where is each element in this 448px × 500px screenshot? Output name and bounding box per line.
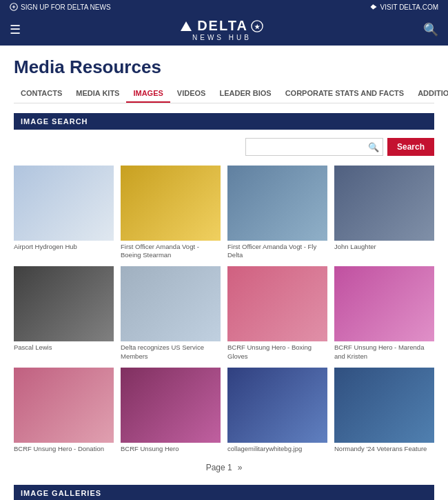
- image-thumbnail: [227, 368, 327, 443]
- image-thumbnail: [334, 266, 434, 341]
- image-caption: John Laughter: [334, 243, 434, 251]
- tab-leader-bios[interactable]: LEADER BIOS: [212, 85, 278, 103]
- image-item[interactable]: Normandy '24 Veterans Feature: [334, 368, 434, 453]
- search-input-icon: 🔍: [368, 142, 379, 152]
- galleries-header: IMAGE GALLERIES: [14, 485, 434, 500]
- image-caption: First Officer Amanda Vogt - Boeing Stear…: [121, 243, 221, 260]
- image-thumbnail: [227, 166, 327, 241]
- delta-triangle-icon: [181, 21, 192, 31]
- current-page: Page 1: [206, 463, 232, 472]
- hamburger-icon[interactable]: ☰: [10, 22, 21, 37]
- visit-delta-label: VISIT DELTA.COM: [380, 3, 438, 11]
- pagination: Page 1 »: [14, 463, 434, 472]
- tab-images[interactable]: IMAGES: [126, 85, 170, 103]
- image-caption: Pascal Lewis: [14, 343, 114, 352]
- main-nav-bar: ☰ DELTA ★ NEWS HUB 🔍: [0, 14, 448, 46]
- image-thumbnail: [334, 166, 434, 241]
- image-caption: BCRF Unsung Hero - Donation: [14, 445, 114, 453]
- image-thumbnail: [121, 266, 221, 341]
- tab-corporate-stats[interactable]: CORPORATE STATS AND FACTS: [278, 85, 411, 103]
- brand-name: DELTA: [197, 18, 248, 34]
- search-input[interactable]: [245, 138, 383, 156]
- image-item[interactable]: collagemilitarywhitebg.jpg: [227, 368, 327, 453]
- image-item[interactable]: BCRF Unsung Hero - Marenda and Kristen: [334, 266, 434, 360]
- image-caption: First Officer Amanda Vogt - Fly Delta: [227, 243, 327, 260]
- image-item[interactable]: First Officer Amanda Vogt - Boeing Stear…: [121, 166, 221, 259]
- image-search-header: IMAGE SEARCH: [14, 113, 434, 130]
- image-thumbnail: [14, 266, 114, 341]
- image-thumbnail: [334, 368, 434, 443]
- search-input-wrap: 🔍: [245, 138, 383, 156]
- signup-link[interactable]: SIGN UP FOR DELTA NEWS: [10, 3, 111, 11]
- tab-videos[interactable]: VIDEOS: [170, 85, 213, 103]
- page-content: Media Resources CONTACTS MEDIA KITS IMAG…: [0, 46, 448, 500]
- image-item[interactable]: Pascal Lewis: [14, 266, 114, 360]
- image-item[interactable]: BCRF Unsung Hero - Donation: [14, 368, 114, 453]
- image-item[interactable]: BCRF Unsung Hero - Boxing Gloves: [227, 266, 327, 360]
- image-caption: Normandy '24 Veterans Feature: [334, 445, 434, 453]
- image-item[interactable]: BCRF Unsung Hero: [121, 368, 221, 453]
- image-thumbnail: [121, 368, 221, 443]
- image-thumbnail: [14, 368, 114, 443]
- utility-bar: SIGN UP FOR DELTA NEWS VISIT DELTA.COM: [0, 0, 448, 14]
- tab-nav: CONTACTS MEDIA KITS IMAGES VIDEOS LEADER…: [14, 85, 434, 103]
- image-item[interactable]: Airport Hydrogen Hub: [14, 166, 114, 259]
- image-item[interactable]: Delta recognizes US Service Members: [121, 266, 221, 360]
- image-caption: BCRF Unsung Hero: [121, 445, 221, 453]
- tab-contacts[interactable]: CONTACTS: [14, 85, 69, 103]
- svg-text:★: ★: [254, 23, 261, 30]
- image-caption: collagemilitarywhitebg.jpg: [227, 445, 327, 453]
- image-thumbnail: [227, 266, 327, 341]
- search-icon[interactable]: 🔍: [423, 22, 438, 37]
- image-caption: BCRF Unsung Hero - Marenda and Kristen: [334, 343, 434, 361]
- tab-media-kits[interactable]: MEDIA KITS: [69, 85, 126, 103]
- image-thumbnail: [121, 166, 221, 241]
- delta-logo: DELTA ★ NEWS HUB: [181, 18, 263, 41]
- image-item[interactable]: First Officer Amanda Vogt - Fly Delta: [227, 166, 327, 259]
- image-caption: BCRF Unsung Hero - Boxing Gloves: [227, 343, 327, 361]
- visit-delta-link[interactable]: VISIT DELTA.COM: [369, 3, 438, 11]
- image-item[interactable]: John Laughter: [334, 166, 434, 259]
- tab-additional-resources[interactable]: ADDITIONAL RESOURCES: [411, 85, 448, 103]
- next-page[interactable]: »: [238, 463, 243, 472]
- page-title: Media Resources: [14, 57, 434, 78]
- search-bar: 🔍 Search: [14, 138, 434, 156]
- news-hub-label: NEWS HUB: [192, 34, 252, 41]
- image-caption: Airport Hydrogen Hub: [14, 243, 114, 251]
- search-button[interactable]: Search: [387, 138, 434, 156]
- signup-label: SIGN UP FOR DELTA NEWS: [21, 3, 111, 11]
- image-thumbnail: [14, 166, 114, 241]
- image-caption: Delta recognizes US Service Members: [121, 343, 221, 361]
- image-grid: Airport Hydrogen HubFirst Officer Amanda…: [14, 166, 434, 453]
